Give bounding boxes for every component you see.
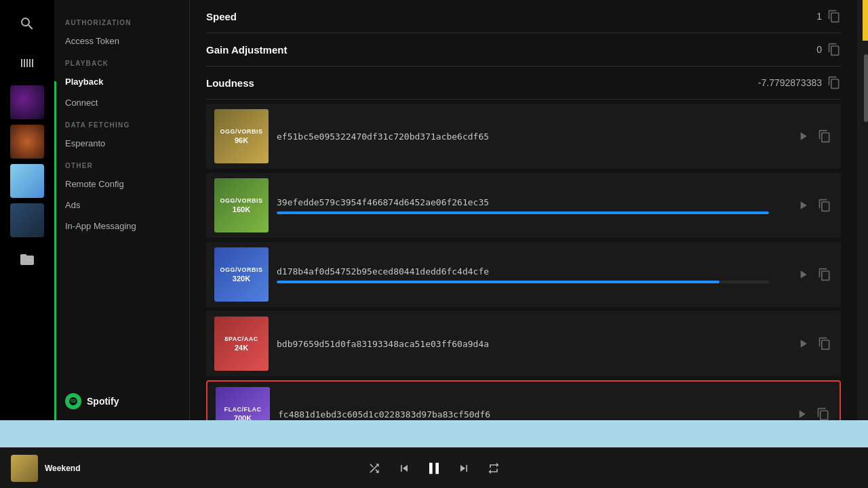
library-icon[interactable] [10,46,44,80]
format-label-ogg160: OGG/VORBIS [220,197,262,204]
sidebar-item-playback[interactable]: Playback [54,71,189,92]
playlist-thumb-1[interactable] [10,85,44,119]
right-panel-indicator [863,0,868,41]
sidebar-item-in-app-messaging[interactable]: In-App Messaging [54,216,189,237]
section-authorization: AUTHORIZATION [54,11,189,30]
format-label-aac24: 8PAC/AAC [224,336,258,342]
format-card-ogg160: OGG/VORBIS 160k 39efedde579c3954f466874d… [206,173,841,238]
format-actions-aac24 [795,336,841,352]
copy-ogg160-button[interactable] [816,197,833,214]
loudness-copy-icon[interactable] [827,76,841,89]
format-badge-aac24: 8PAC/AAC 24k [214,317,269,371]
format-label-ogg96: OGG/VORBIS [220,128,262,135]
format-info-aac24: bdb97659d51d0fa83193348aca51e03ff60a9d4a [277,339,795,349]
spotify-icon [65,393,81,409]
format-label-ogg320: OGG/VORBIS [220,266,262,273]
gain-copy-icon[interactable] [827,43,841,56]
format-size-aac24: 24k [235,344,248,352]
play-aac24-button[interactable] [795,336,811,352]
gain-row: Gain Adjustment 0 [206,33,841,66]
loudness-row: Loudness -7.7792873383 [206,66,841,100]
format-size-ogg96: 96k [235,136,248,144]
player-controls [365,459,503,478]
format-badge-ogg160: OGG/VORBIS 160k [214,178,269,232]
folder-icon[interactable] [10,243,44,277]
format-hash-flac700: fc4881d1ebd3c605d1c0228383d97ba83cf50df6 [278,409,793,420]
play-ogg320-button[interactable] [795,266,811,283]
loudness-value: -7.7792873383 [758,76,841,89]
format-label-flac700: FLAC/FLAC [224,406,262,413]
track-avatar [11,455,38,482]
format-hash-ogg160: 39efedde579c3954f466874d6452ae06f261ec35 [277,197,795,207]
play-flac700-button[interactable] [793,406,810,420]
copy-flac700-button[interactable] [815,406,831,420]
next-button[interactable] [454,459,473,478]
gain-label: Gain Adjustment [206,44,287,56]
spotify-label: Spotify [87,396,119,407]
track-info: Weekend [45,464,80,473]
speed-copy-icon[interactable] [827,9,841,23]
format-badge-flac700: FLAC/FLAC 700k [216,387,270,420]
format-size-ogg160: 160k [233,205,250,214]
sidebar: AUTHORIZATION Access Token PLAYBACK Play… [54,0,190,420]
left-rail [0,0,54,420]
prev-button[interactable] [395,459,414,478]
format-card-ogg320: OGG/VORBIS 320k d178b4af0d54752b95eced80… [206,242,841,307]
section-other: OTHER [54,154,189,174]
format-info-ogg320: d178b4af0d54752b95eced80441dedd6fc4d4cfe [277,266,795,283]
format-card-aac24: 8PAC/AAC 24k bdb97659d51d0fa83193348aca5… [206,311,841,376]
progress-fill-ogg160 [277,211,769,214]
player-bar: Weekend [0,447,868,488]
loudness-label: Loudness [206,77,254,89]
format-badge-ogg96: OGG/VORBIS 96k [214,109,269,163]
sidebar-item-ads[interactable]: Ads [54,195,189,216]
progress-wrap-ogg160 [277,211,769,214]
format-card-ogg96: OGG/VORBIS 96k ef51bc5e095322470df31c720… [206,104,841,169]
play-ogg96-button[interactable] [795,128,811,144]
spotify-logo: Spotify [65,393,119,409]
search-icon[interactable] [10,7,44,41]
repeat-button[interactable] [484,459,503,478]
format-info-ogg96: ef51bc5e095322470df31c720bd371acbe6cdf65 [277,131,795,142]
playlist-thumb-4[interactable] [10,203,44,237]
main-content: Speed 1 Gain Adjustment 0 Loudness -7.77… [190,0,857,420]
progress-fill-ogg320 [277,281,719,283]
format-hash-aac24: bdb97659d51d0fa83193348aca51e03ff60a9d4a [277,339,795,349]
track-name: Weekend [45,464,80,473]
bottom-light-bar [0,420,868,447]
format-info-flac700: fc4881d1ebd3c605d1c0228383d97ba83cf50df6 [278,409,793,420]
gain-value: 0 [816,43,841,56]
format-actions-ogg96 [795,128,841,144]
speed-row: Speed 1 [206,0,841,33]
sidebar-item-esperanto[interactable]: Esperanto [54,133,189,154]
speed-value: 1 [816,9,841,23]
right-panel [857,0,868,420]
format-hash-ogg320: d178b4af0d54752b95eced80441dedd6fc4d4cfe [277,266,795,277]
copy-aac24-button[interactable] [816,336,833,352]
play-ogg160-button[interactable] [795,197,811,214]
sidebar-item-remote-config[interactable]: Remote Config [54,174,189,195]
format-actions-ogg320 [795,266,841,283]
sidebar-item-access-token[interactable]: Access Token [54,30,189,52]
format-size-flac700: 700k [234,414,252,420]
shuffle-button[interactable] [365,459,384,478]
format-size-ogg320: 320k [233,274,250,283]
sidebar-item-connect[interactable]: Connect [54,92,189,113]
play-pause-button[interactable] [425,459,443,478]
playlist-thumb-3[interactable] [10,164,44,198]
format-card-flac700: FLAC/FLAC 700k fc4881d1ebd3c605d1c022838… [206,380,841,420]
speed-label: Speed [206,11,237,22]
copy-ogg96-button[interactable] [816,128,833,144]
section-playback: PLAYBACK [54,52,189,71]
format-hash-ogg96: ef51bc5e095322470df31c720bd371acbe6cdf65 [277,131,795,142]
format-badge-ogg320: OGG/VORBIS 320k [214,247,269,302]
scrollbar[interactable] [864,54,868,122]
playlist-thumb-2[interactable] [10,125,44,159]
progress-wrap-ogg320 [277,281,769,283]
copy-ogg320-button[interactable] [816,266,833,283]
section-data-fetching: DATA FETCHING [54,113,189,133]
format-actions-flac700 [793,406,840,420]
format-actions-ogg160 [795,197,841,214]
now-playing: Weekend [11,455,80,482]
format-info-ogg160: 39efedde579c3954f466874d6452ae06f261ec35 [277,197,795,214]
